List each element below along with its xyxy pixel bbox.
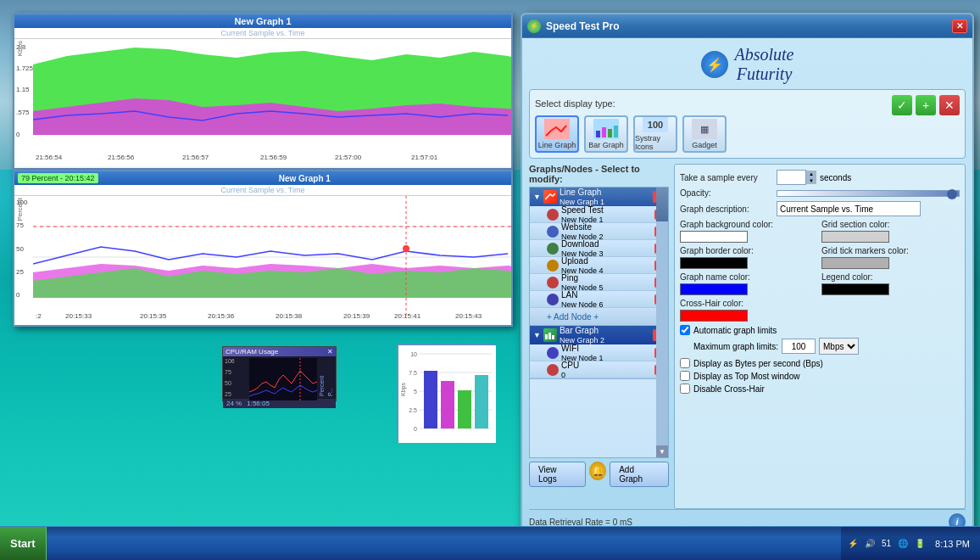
grid-tick-swatch[interactable] xyxy=(821,257,889,269)
nodes-panel: Graphs/Nodes - Select to modify: ▼ Line … xyxy=(529,164,669,509)
bell-icon: 🔔 xyxy=(589,462,606,480)
disable-crosshair-checkbox[interactable] xyxy=(680,384,690,394)
bg-color-item: Graph background color: xyxy=(680,220,818,243)
tray-icon-3: 🌐 xyxy=(896,537,910,551)
spinner-down[interactable]: ▼ xyxy=(806,177,816,184)
add-graph-button[interactable]: Add Graph xyxy=(610,462,669,487)
bar-chart-svg: 10 7.5 5 2.5 0 Kbps xyxy=(398,345,496,443)
node-upload[interactable]: UploadNew Node 4 ✕ xyxy=(530,257,668,274)
svg-rect-40 xyxy=(552,335,554,339)
node-cpu[interactable]: CPU0 ✕ xyxy=(530,361,668,378)
sample-rate-input[interactable]: 30 xyxy=(777,170,806,185)
svg-rect-35 xyxy=(602,127,606,137)
graph2-title: New Graph 1 xyxy=(102,174,508,183)
crosshair-swatch[interactable] xyxy=(680,310,748,322)
svg-rect-31 xyxy=(475,375,488,428)
border-color-swatch[interactable] xyxy=(680,257,748,269)
topmost-checkbox[interactable] xyxy=(680,371,690,381)
node-group-bar: ▼ Bar Graph New Graph 2 xyxy=(530,326,668,379)
node-group-line: ▼ Line Graph New Graph 1 ✕ xyxy=(530,188,668,326)
grid-section-item: Grid section color: xyxy=(821,220,960,243)
svg-rect-14 xyxy=(249,358,317,400)
disable-crosshair-row: Disable Cross-Hair xyxy=(680,384,960,394)
opacity-slider[interactable] xyxy=(777,190,960,197)
node-group-bar-header[interactable]: ▼ Bar Graph New Graph 2 xyxy=(530,326,668,344)
svg-rect-30 xyxy=(458,390,471,428)
scroll-thumb[interactable] xyxy=(656,188,668,221)
svg-rect-34 xyxy=(596,131,600,137)
graph-window-1: New Graph 1 Current Sample vs. Time Kbps… xyxy=(13,13,513,170)
tray-number: 51 xyxy=(878,539,894,548)
scroll-down-arrow[interactable]: ▼ xyxy=(656,445,668,457)
node-lan[interactable]: LANNew Node 6 ✕ xyxy=(530,291,668,308)
bar-graph-icon xyxy=(593,119,619,139)
svg-text:7.5: 7.5 xyxy=(409,370,417,376)
spinner-up[interactable]: ▲ xyxy=(806,171,816,177)
svg-rect-28 xyxy=(424,371,437,428)
bottom-buttons: View Logs 🔔 Add Graph xyxy=(529,462,669,487)
node-group-line-header[interactable]: ▼ Line Graph New Graph 1 ✕ xyxy=(530,188,668,206)
confirm-button[interactable]: ✓ xyxy=(892,95,912,115)
gadget-icon-preview: ▦ xyxy=(692,119,717,139)
cpu-chart xyxy=(249,358,317,400)
max-limits-row: Maximum graph limits: Mbps Kbps Bps xyxy=(680,338,960,355)
legend-swatch[interactable] xyxy=(821,283,889,295)
logo-icon: ⚡ xyxy=(701,51,728,78)
svg-text:2.5: 2.5 xyxy=(409,407,417,413)
systray-icon-preview: 100 xyxy=(643,117,668,132)
graph1-subtitle: Current Sample vs. Time xyxy=(14,28,511,39)
wifi-icon xyxy=(547,347,559,359)
display-bps-checkbox[interactable] xyxy=(680,358,690,368)
add-button[interactable]: + xyxy=(916,95,936,115)
display-type-buttons: Line Graph Bar Graph 100 Systray Icons xyxy=(535,115,960,153)
max-value-input[interactable] xyxy=(782,339,816,354)
auto-limits-row: Automatic graph limits xyxy=(680,325,960,335)
data-retrieval-text: Data Retrieval Rate = 0 mS xyxy=(529,518,632,527)
spinner-buttons: ▲ ▼ xyxy=(806,171,816,184)
graph-window-2: 79 Percent - 20:15:42 New Graph 1 Curren… xyxy=(13,170,513,327)
node-speed-test[interactable]: Speed TestNew Node 1 ✕ xyxy=(530,206,668,223)
display-btn-systray[interactable]: 100 Systray Icons xyxy=(633,115,677,153)
name-color-swatch[interactable] xyxy=(680,283,748,295)
lan-icon xyxy=(547,294,559,305)
opacity-thumb[interactable] xyxy=(947,189,957,199)
auto-limits-checkbox[interactable] xyxy=(680,325,690,335)
sample-rate-spinner[interactable]: 30 ▲ ▼ xyxy=(777,170,816,185)
svg-rect-36 xyxy=(608,129,612,137)
cancel-button[interactable]: ✕ xyxy=(939,95,960,115)
tray-icon-2: 🔊 xyxy=(863,537,877,551)
tray-icon-4: 🔋 xyxy=(913,537,927,551)
graph-desc-input[interactable] xyxy=(777,201,921,216)
action-buttons: ✓ + ✕ xyxy=(892,95,960,115)
display-btn-bar-graph[interactable]: Bar Graph xyxy=(584,115,628,153)
app-title-text: Speed Test Pro xyxy=(546,20,952,32)
view-logs-button[interactable]: View Logs xyxy=(529,462,586,487)
bg-color-swatch[interactable] xyxy=(680,231,748,243)
sample-rate-row: Take a sample every 30 ▲ ▼ seconds xyxy=(680,170,960,185)
grid-tick-item: Grid tick markers color: xyxy=(821,246,960,269)
svg-marker-11 xyxy=(33,268,511,298)
graph1-canvas: Kbps 2.3 1.725 1.15 .575 0 21:56:54 21:5… xyxy=(14,39,511,162)
node-download[interactable]: DownloadNew Node 3 ✕ xyxy=(530,240,668,257)
display-btn-line-graph[interactable]: Line Graph xyxy=(535,115,579,153)
node-wifi[interactable]: WIFINew Node 1 ✕ xyxy=(530,344,668,361)
node-website[interactable]: WebsiteNew Node 2 ✕ xyxy=(530,223,668,240)
node-ping[interactable]: PingNew Node 5 ✕ xyxy=(530,274,668,291)
nodes-scrollbar[interactable]: ▲ ▼ xyxy=(656,188,668,457)
app-close-button[interactable]: ✕ xyxy=(952,20,967,33)
grid-section-swatch[interactable] xyxy=(821,231,889,243)
cpu-widget: CPU/RAM Usage ✕ 106 75 50 25 Percent P..… xyxy=(222,346,337,401)
units-select[interactable]: Mbps Kbps Bps xyxy=(819,338,859,355)
start-button[interactable]: Start xyxy=(0,527,47,560)
add-node-line[interactable]: + Add Node + xyxy=(530,308,668,325)
cpu-title: CPU/RAM Usage ✕ xyxy=(223,347,336,356)
tray-icon-1: ⚡ xyxy=(846,537,860,551)
app-body: ⚡ Absolute Futurity Select display type:… xyxy=(522,38,972,537)
collapse-arrow-line: ▼ xyxy=(533,193,541,201)
settings-panel: Take a sample every 30 ▲ ▼ seconds Opaci… xyxy=(674,164,966,509)
nodes-container: ▼ Line Graph New Graph 1 ✕ xyxy=(529,187,669,458)
display-btn-gadget[interactable]: ▦ Gadget xyxy=(682,115,727,153)
svg-rect-29 xyxy=(441,381,454,428)
logo-text: Absolute Futurity xyxy=(735,45,794,84)
taskbar: Start ⚡ 🔊 51 🌐 🔋 8:13 PM xyxy=(0,526,980,560)
